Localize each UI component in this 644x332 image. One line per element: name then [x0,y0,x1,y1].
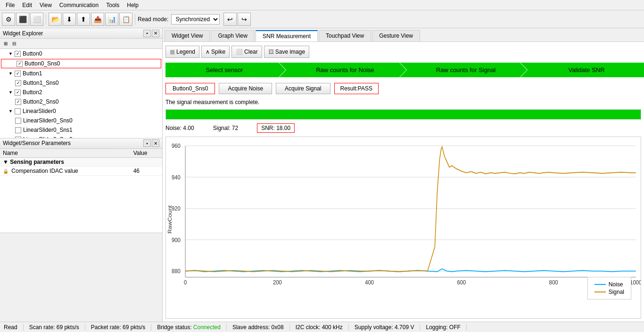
report-button[interactable]: 📋 [119,13,132,26]
menu-file[interactable]: File [2,1,18,9]
signal-legend-line [594,292,606,292]
checkbox-button0-sns0[interactable] [17,61,23,67]
checkbox-button1[interactable] [15,71,21,77]
params-float-button[interactable]: ▪ [143,139,151,147]
checkbox-button0[interactable] [15,51,21,57]
tree-item-button1[interactable]: ▼ Button1 [0,69,162,78]
undo-redo-group: ↩ ↪ [223,13,251,26]
tab-snr-measurement[interactable]: SNR Measurement [256,30,318,41]
acquire-signal-button[interactable]: Acquire Signal [276,83,330,94]
params-content: Name Value ▼ Sensing parameters [0,149,162,233]
status-bridge: Bridge status: Connected [151,324,227,331]
export-button[interactable]: 📤 [91,13,104,26]
params-close-button[interactable]: ✕ [152,139,159,147]
label-ls0-sns0: LinearSlider0_Sns0 [23,117,73,124]
float-button[interactable]: ▪ [143,30,151,37]
clear-icon: ⬜ [236,49,243,55]
menu-communication[interactable]: Communication [56,1,102,9]
svg-text:1000: 1000 [630,279,641,286]
progress-bar-fill [166,110,641,119]
snr-display: SNR: 18.00 [257,123,295,133]
tree-item-ls0-sns0[interactable]: LinearSlider0_Sns0 [0,116,162,125]
legend-label: Legend [176,49,195,55]
export2-button[interactable]: 📊 [105,13,118,26]
checkbox-ls0-sns1[interactable] [15,127,21,133]
sensor-name-button[interactable]: Button0_Sns0 [165,83,215,94]
params-table: Name Value ▼ Sensing parameters [0,149,162,176]
menu-help[interactable]: Help [123,1,142,9]
sensing-params-section[interactable]: ▼ Sensing parameters [0,157,162,166]
save-image-button[interactable]: 🖼 Save image [264,46,309,58]
svg-text:940: 940 [172,174,181,181]
label-button2: Button2 [23,89,42,96]
flow-step-signal: Raw counts for Signal [400,63,527,77]
status-supply-voltage: Supply voltage: 4.709 V [349,324,421,331]
expand-icon-button0[interactable]: ▼ [8,51,14,57]
tree-item-button0-sns0[interactable]: Button0_Sns0 [1,59,161,68]
save-image-label: Save image [275,49,305,55]
section-expand: ▼ [3,159,10,165]
snr-content: ▦ Legend ∧ Spike ⬜ Clear 🖼 Save image [163,42,644,322]
tab-gesture-view[interactable]: Gesture View [372,30,420,41]
checkbox-ls0[interactable] [15,108,21,114]
tab-widget-view[interactable]: Widget View [165,30,210,41]
widget-explorer-title: Widget Explorer [3,30,43,37]
open-button[interactable]: 📂 [49,13,62,26]
params-row-idac: 🔒 Compensation IDAC value 46 [0,166,162,175]
spike-label: Spike [211,49,225,55]
settings-button[interactable]: ⚙ [2,13,15,26]
stop-button[interactable]: ⬛ [16,13,29,26]
tree-item-button2[interactable]: ▼ Button2 [0,88,162,97]
tree-item-button0[interactable]: ▼ Button0 [0,49,162,58]
up-button[interactable]: ⬆ [77,13,90,26]
clear-label: Clear [244,49,258,55]
widget-expand-all[interactable]: ⊞ [2,40,9,47]
param-value-idac[interactable]: 46 [131,166,162,175]
expand-icon-ls0[interactable]: ▼ [8,108,14,114]
toolbar: ⚙ ⬛ ⬜ 📂 ⬇ ⬆ 📤 📊 📋 Read mode: Synchronize… [0,10,644,28]
tree-item-button1-sns0[interactable]: Button1_Sns0 [0,78,162,88]
widget-collapse-all[interactable]: ⊟ [10,40,18,47]
clear-button[interactable]: ⬜ Clear [231,46,262,58]
tree-item-ls0-sns1[interactable]: LinearSlider0_Sns1 [0,125,162,135]
menubar: File Edit View Communication Tools Help [0,0,644,10]
snr-toolbar: ▦ Legend ∧ Spike ⬜ Clear 🖼 Save image [165,45,641,59]
legend-icon: ▦ [170,49,175,55]
tab-touchpad-view[interactable]: Touchpad View [319,30,371,41]
spike-icon: ∧ [206,49,210,55]
noise-label: Noise: 4.00 [165,125,194,131]
pause-button[interactable]: ⬜ [30,13,43,26]
menu-tools[interactable]: Tools [102,1,123,9]
acquire-noise-button[interactable]: Acquire Noise [219,83,272,94]
svg-text:0: 0 [184,279,187,286]
close-button[interactable]: ✕ [152,30,159,37]
checkbox-button1-sns0[interactable] [15,80,21,86]
undo-button[interactable]: ↩ [223,13,237,26]
param-name-idac: 🔒 Compensation IDAC value [0,166,131,175]
down-button[interactable]: ⬇ [63,13,76,26]
checkbox-ls0-sns0[interactable] [15,118,21,124]
status-i2c-clock: I2C clock: 400 kHz [290,324,349,331]
left-panel: Widget Explorer ▪ ✕ ⊞ ⊟ ▼ Button0 Button… [0,28,163,322]
tree-item-button2-sns0[interactable]: Button2_Sns0 [0,97,162,106]
checkbox-button2-sns0[interactable] [15,99,21,105]
status-scan-rate: Scan rate: 69 pkts/s [24,324,85,331]
menu-edit[interactable]: Edit [18,1,36,9]
expand-icon-button1[interactable]: ▼ [8,71,14,77]
expand-icon-button2[interactable]: ▼ [8,89,14,96]
tab-graph-view[interactable]: Graph View [211,30,254,41]
tree-item-ls0-sns2[interactable]: LinearSlider0_Sns2 [0,135,162,138]
redo-button[interactable]: ↪ [238,13,251,26]
read-mode-label: Read mode: [138,16,168,23]
col-name: Name [0,149,131,158]
menu-view[interactable]: View [36,1,56,9]
legend-button[interactable]: ▦ Legend [165,46,199,58]
read-mode-select[interactable]: Synchronized [171,14,220,24]
legend-noise: Noise [594,281,624,288]
tree-item-linearslider0[interactable]: ▼ LinearSlider0 [0,106,162,116]
svg-text:960: 960 [172,143,181,150]
checkbox-button2[interactable] [15,89,21,96]
spike-button[interactable]: ∧ Spike [201,46,230,58]
result-button[interactable]: Result:PASS [334,83,379,94]
status-read: Read [4,324,24,331]
